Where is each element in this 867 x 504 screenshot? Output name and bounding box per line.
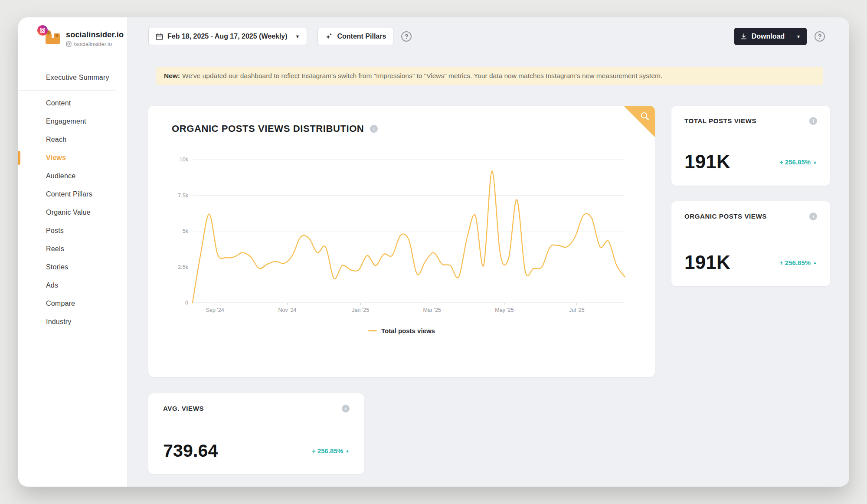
legend-label[interactable]: Total posts views — [381, 327, 435, 334]
calendar-icon — [156, 33, 163, 40]
delta-badge: + 256.85%▲ — [779, 158, 817, 166]
download-icon — [740, 33, 747, 40]
sidebar-item-audience[interactable]: Audience — [18, 167, 127, 185]
help-button[interactable]: ? — [401, 31, 412, 42]
stat-title: ORGANIC POSTS VIEWS — [684, 213, 767, 220]
sidebar-item-views[interactable]: Views — [18, 149, 127, 167]
sidebar-item-engagement[interactable]: Engagement — [18, 112, 127, 131]
svg-text:Jul '25: Jul '25 — [569, 307, 585, 313]
sparkles-icon — [325, 33, 333, 40]
stat-value: 739.64 — [163, 441, 218, 461]
svg-text:0: 0 — [185, 300, 188, 306]
active-indicator-bar — [18, 151, 20, 165]
sidebar-item-reels[interactable]: Reels — [18, 240, 127, 258]
info-icon[interactable]: i — [809, 117, 817, 125]
sidebar-item-ads[interactable]: Ads — [18, 276, 127, 295]
sidebar-nav: Executive Summary Content Engagement Rea… — [18, 69, 127, 331]
update-banner: New: We've updated our dashboard to refl… — [156, 67, 823, 85]
sidebar-item-executive-summary[interactable]: Executive Summary — [18, 69, 127, 87]
brand-handle: /socialinsider.io — [66, 41, 124, 47]
trend-up-icon: ▲ — [813, 260, 817, 265]
info-icon[interactable]: i — [370, 125, 378, 133]
chart-legend: Total posts views — [172, 327, 631, 334]
sidebar-item-content[interactable]: Content — [18, 94, 127, 112]
brand-handle-text: /socialinsider.io — [74, 41, 112, 47]
avg-views-card: AVG. VIEWS i 739.64 + 256.85%▲ — [148, 393, 364, 474]
brand-logo — [41, 29, 61, 49]
brand[interactable]: socialinsider.io /socialinsider.io — [18, 17, 127, 49]
organic-posts-views-card: ORGANIC POSTS VIEWS i 191K + 256.85%▲ — [671, 201, 830, 286]
svg-text:Sep '24: Sep '24 — [206, 307, 224, 313]
sidebar-item-compare[interactable]: Compare — [18, 295, 127, 313]
sidebar-item-industry[interactable]: Industry — [18, 313, 127, 331]
sidebar-divider — [18, 90, 116, 91]
total-posts-views-card: TOTAL POSTS VIEWS i 191K + 256.85%▲ — [671, 106, 830, 186]
chevron-down-icon: ▼ — [295, 34, 300, 39]
download-label: Download — [752, 33, 785, 40]
sidebar-item-posts[interactable]: Posts — [18, 222, 127, 240]
stat-value: 191K — [684, 252, 730, 273]
svg-text:5k: 5k — [183, 228, 189, 234]
zoom-icon[interactable] — [640, 111, 650, 123]
info-icon[interactable]: i — [809, 213, 817, 220]
delta-badge: + 256.85%▲ — [779, 259, 817, 266]
brand-name: socialinsider.io — [66, 30, 124, 39]
stat-title: AVG. VIEWS — [163, 405, 204, 412]
svg-text:7.5k: 7.5k — [178, 193, 188, 199]
expand-corner[interactable] — [624, 106, 655, 137]
date-range-label: Feb 18, 2025 - Aug 17, 2025 (Weekly) — [167, 33, 288, 40]
sidebar-item-reach[interactable]: Reach — [18, 131, 127, 149]
stat-value: 191K — [684, 151, 730, 173]
svg-text:Nov '24: Nov '24 — [278, 307, 297, 313]
content-pillars-label: Content Pillars — [337, 33, 386, 40]
svg-text:May '25: May '25 — [495, 307, 514, 313]
stat-title: TOTAL POSTS VIEWS — [684, 117, 756, 124]
right-column: TOTAL POSTS VIEWS i 191K + 256.85%▲ ORGA… — [671, 106, 830, 286]
topbar: Feb 18, 2025 - Aug 17, 2025 (Weekly) ▼ C… — [148, 28, 849, 45]
legend-swatch-icon — [368, 330, 377, 331]
delta-badge: + 256.85%▲ — [312, 447, 350, 455]
instagram-glyph-icon — [66, 41, 72, 47]
brand-text: socialinsider.io /socialinsider.io — [66, 30, 124, 47]
sidebar-item-content-pillars[interactable]: Content Pillars — [18, 185, 127, 203]
svg-text:2.5k: 2.5k — [178, 264, 188, 270]
sidebar: socialinsider.io /socialinsider.io Execu… — [18, 17, 128, 487]
instagram-badge-icon — [37, 25, 48, 36]
sidebar-item-stories[interactable]: Stories — [18, 258, 127, 276]
info-icon[interactable]: i — [342, 405, 350, 412]
chart-title: ORGANIC POSTS VIEWS DISTRIBUTION — [172, 123, 364, 134]
svg-text:10k: 10k — [180, 157, 189, 163]
date-range-picker[interactable]: Feb 18, 2025 - Aug 17, 2025 (Weekly) ▼ — [148, 28, 307, 45]
svg-text:Mar '25: Mar '25 — [423, 307, 441, 313]
sidebar-item-organic-value[interactable]: Organic Value — [18, 203, 127, 222]
banner-prefix: New: — [164, 72, 180, 80]
download-caret-icon[interactable]: ▼ — [791, 34, 801, 39]
banner-message: We've updated our dashboard to reflect I… — [182, 72, 662, 80]
app-window: socialinsider.io /socialinsider.io Execu… — [18, 17, 849, 487]
trend-up-icon: ▲ — [345, 448, 350, 453]
trend-up-icon: ▲ — [813, 160, 817, 164]
content-pillars-button[interactable]: Content Pillars — [317, 28, 393, 45]
main-area: Feb 18, 2025 - Aug 17, 2025 (Weekly) ▼ C… — [128, 17, 849, 487]
svg-text:Jan '25: Jan '25 — [352, 307, 369, 313]
download-button[interactable]: Download ▼ — [734, 28, 807, 45]
organic-views-chart-card: ORGANIC POSTS VIEWS DISTRIBUTION i 02.5k… — [148, 106, 655, 377]
help-button-secondary[interactable]: ? — [815, 31, 825, 42]
views-chart[interactable]: 02.5k5k7.5k10kSep '24Nov '24Jan '25Mar '… — [172, 152, 631, 317]
content-row: ORGANIC POSTS VIEWS DISTRIBUTION i 02.5k… — [148, 106, 849, 377]
